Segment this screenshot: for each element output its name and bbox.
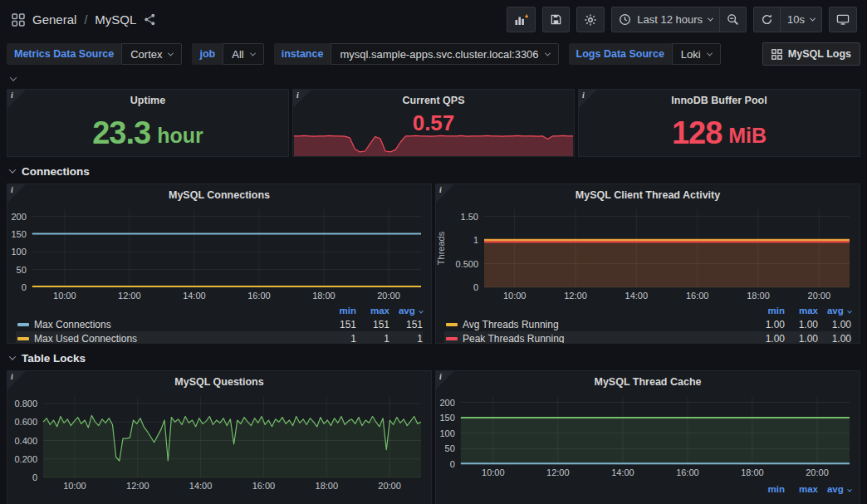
refresh-interval-picker[interactable]: 10s (780, 7, 822, 32)
legend-row: Peak Threads Running 1.00 1.00 1.00 (444, 331, 851, 344)
add-panel-icon (514, 13, 528, 27)
svg-text:150: 150 (11, 229, 26, 239)
series-name[interactable]: Max Used Connections (34, 333, 323, 345)
thread-activity-chart[interactable]: 00.50011.5010:0012:0014:0016:0018:0020:0… (436, 204, 860, 302)
chevron-down-icon (847, 487, 852, 492)
svg-text:10:00: 10:00 (503, 291, 527, 301)
zoom-out-time-button[interactable] (719, 7, 747, 32)
legend-col-max[interactable]: max (785, 484, 818, 494)
current-qps-panel[interactable]: i Current QPS 0.57 (292, 89, 575, 157)
svg-text:1.50: 1.50 (461, 212, 478, 222)
legend-col-avg[interactable]: avg (389, 306, 423, 316)
panel-title[interactable]: Current QPS (293, 90, 574, 110)
legend-col-max[interactable]: max (356, 306, 389, 316)
legend-row: Max Connections 151 151 151 (16, 317, 423, 331)
time-picker-group: Last 12 hours (611, 7, 747, 32)
cycle-view-mode-button[interactable] (829, 7, 857, 32)
svg-text:18:00: 18:00 (747, 291, 770, 301)
chevron-down-icon (9, 353, 16, 360)
collapsed-row-toggle[interactable] (0, 68, 867, 89)
time-range-picker[interactable]: Last 12 hours (611, 7, 720, 32)
legend-col-avg[interactable]: avg (818, 306, 851, 316)
mysql-questions-panel[interactable]: i MySQL Questions 00.2000.4000.6000.8001… (7, 370, 432, 504)
section-header-connections[interactable]: Connections (0, 157, 867, 183)
svg-text:0.400: 0.400 (14, 436, 37, 446)
refresh-button[interactable] (753, 7, 781, 32)
svg-text:0.800: 0.800 (14, 399, 37, 409)
svg-text:12:00: 12:00 (118, 291, 141, 301)
series-swatch[interactable] (446, 337, 458, 340)
mysql-questions-chart[interactable]: 00.2000.4000.6000.80010:0012:0014:0016:0… (7, 391, 431, 492)
uptime-panel[interactable]: i Uptime 23.3 hour (7, 89, 289, 157)
dashboard-grid-icon[interactable] (12, 13, 25, 27)
svg-text:150: 150 (439, 413, 454, 423)
breadcrumb-separator: / (84, 13, 87, 27)
panel-title[interactable]: MySQL Connections (7, 184, 431, 204)
svg-text:18:00: 18:00 (312, 291, 336, 301)
metrics-datasource-select[interactable]: Cortex (121, 43, 182, 65)
legend-col-min[interactable]: min (323, 306, 356, 316)
mysql-thread-cache-panel[interactable]: i MySQL Thread Cache 05010015020010:0012… (435, 370, 860, 504)
job-variable: job All (192, 43, 263, 65)
chevron-down-icon (708, 16, 713, 22)
series-swatch[interactable] (446, 323, 458, 326)
panel-info-corner[interactable]: i (436, 371, 454, 389)
panel-info-corner[interactable]: i (293, 90, 311, 108)
breadcrumb-dashboard[interactable]: MySQL (95, 12, 136, 27)
mysql-connections-chart[interactable]: 05010015020010:0012:0014:0016:0018:0020:… (7, 204, 431, 302)
time-range-label: Last 12 hours (637, 13, 703, 26)
series-swatch[interactable] (17, 337, 29, 340)
mysql-connections-panel[interactable]: i MySQL Connections 05010015020010:0012:… (7, 183, 432, 344)
add-panel-button[interactable] (507, 7, 536, 32)
breadcrumb-folder[interactable]: General (32, 12, 76, 27)
svg-text:0.600: 0.600 (14, 417, 37, 427)
panel-title[interactable]: MySQL Questions (7, 371, 431, 391)
series-name[interactable]: Max Connections (34, 319, 323, 330)
panel-info-corner[interactable]: i (436, 184, 454, 203)
svg-text:20:00: 20:00 (808, 291, 831, 301)
mysql-client-thread-activity-panel[interactable]: i MySQL Client Thread Activity 00.50011.… (435, 183, 860, 344)
job-select[interactable]: All (223, 43, 263, 65)
panel-title[interactable]: Uptime (7, 90, 288, 110)
panel-info-corner[interactable]: i (7, 371, 26, 389)
mysql-logs-link-button[interactable]: MySQL Logs (762, 42, 860, 66)
series-swatch[interactable] (17, 323, 29, 326)
legend-col-max[interactable]: max (785, 306, 818, 316)
legend-col-min[interactable]: min (752, 484, 785, 494)
legend-row: Avg Threads Running 1.00 1.00 1.00 (444, 317, 851, 331)
legend-col-avg[interactable]: avg (818, 484, 851, 494)
series-name[interactable]: Avg Threads Running (463, 319, 752, 330)
save-icon (550, 13, 562, 26)
instance-select[interactable]: mysql.sample-apps.svc.cluster.local:3306 (331, 43, 558, 65)
panel-info-corner[interactable]: i (7, 184, 26, 203)
panel-title[interactable]: MySQL Thread Cache (436, 371, 860, 391)
svg-text:14:00: 14:00 (625, 291, 649, 301)
mysql-thread-cache-chart[interactable]: 05010015020010:0012:0014:0016:0018:0020:… (436, 391, 860, 479)
logs-datasource-select[interactable]: Loki (672, 43, 721, 65)
panel-title[interactable]: InnoDB Buffer Pool (579, 90, 860, 110)
svg-text:Threads: Threads (436, 231, 446, 265)
refresh-interval-label: 10s (787, 13, 805, 26)
share-icon[interactable] (144, 13, 156, 26)
save-dashboard-button[interactable] (542, 7, 570, 32)
legend-col-min[interactable]: min (752, 306, 785, 316)
panel-info-corner[interactable]: i (579, 90, 597, 108)
zoom-out-icon (727, 13, 739, 26)
panel-info-corner[interactable]: i (7, 90, 26, 108)
svg-text:200: 200 (11, 212, 26, 222)
legend-row: Max Used Connections 1 1 1 (16, 331, 423, 344)
innodb-buffer-pool-panel[interactable]: i InnoDB Buffer Pool 128 MiB (578, 89, 860, 157)
chevron-down-icon (250, 50, 256, 56)
svg-text:0: 0 (450, 459, 455, 469)
chevron-down-icon (545, 50, 551, 56)
dashboard-settings-button[interactable] (576, 7, 605, 32)
series-name[interactable]: Peak Threads Running (463, 333, 752, 345)
section-header-table-locks[interactable]: Table Locks (0, 344, 867, 370)
svg-text:16:00: 16:00 (676, 467, 699, 477)
svg-text:100: 100 (11, 247, 26, 257)
uptime-value: 23.3 hour (7, 110, 288, 156)
panel-title[interactable]: MySQL Client Thread Activity (436, 184, 860, 204)
svg-text:12:00: 12:00 (546, 467, 570, 477)
svg-text:0: 0 (32, 472, 37, 482)
svg-text:20:00: 20:00 (806, 467, 829, 477)
